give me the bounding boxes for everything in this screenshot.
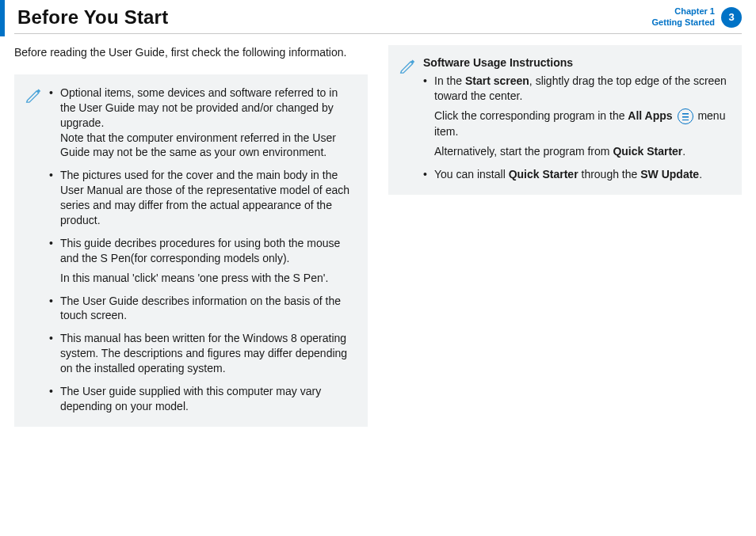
intro-text: Before reading the User Guide, first che… xyxy=(14,45,368,60)
text-fragment: In the xyxy=(434,74,465,87)
text-fragment: through the xyxy=(578,168,641,181)
bullet-text: The pictures used for the cover and the … xyxy=(60,169,349,226)
text-bold: Quick Starter xyxy=(509,168,578,181)
bullet-text: This guide decribes procedures for using… xyxy=(60,237,340,264)
note-icon xyxy=(25,87,41,103)
right-column: Software Usage Instructions In the Start… xyxy=(388,45,742,427)
note-box-left: Optional items, some devices and softwar… xyxy=(14,74,368,427)
right-box-content: Software Usage Instructions In the Start… xyxy=(423,56,729,182)
list-item: This guide decribes procedures for using… xyxy=(49,236,355,286)
bullet-text: Optional items, some devices and softwar… xyxy=(60,86,338,129)
list-item: In the Start screen, slightly drag the t… xyxy=(423,74,729,159)
header-accent-bar xyxy=(0,0,5,36)
page-title: Before You Start xyxy=(14,6,652,29)
list-item: The User guide supplied with this comput… xyxy=(49,384,355,414)
bullet-text: This manual has been written for the Win… xyxy=(60,332,347,374)
left-column: Before reading the User Guide, first che… xyxy=(14,45,368,427)
all-apps-icon xyxy=(678,108,693,124)
content-columns: Before reading the User Guide, first che… xyxy=(0,45,756,427)
right-bullet-list: In the Start screen, slightly drag the t… xyxy=(423,74,729,182)
text-fragment: . xyxy=(699,168,702,181)
bullet-subtext: Click the corresponding program in the A… xyxy=(434,108,729,139)
bullet-text: The User guide supplied with this comput… xyxy=(60,385,321,412)
list-item: Optional items, some devices and softwar… xyxy=(49,86,355,160)
list-item: You can install Quick Starter through th… xyxy=(423,167,729,182)
chapter-text: Chapter 1 Getting Started xyxy=(652,6,715,29)
right-box-title: Software Usage Instructions xyxy=(423,56,729,69)
text-fragment: Click the corresponding program in the xyxy=(434,109,628,122)
chapter-line2: Getting Started xyxy=(652,17,715,29)
bullet-subtext: Alternatively, start the program from Qu… xyxy=(434,144,729,159)
text-fragment: You can install xyxy=(434,168,509,181)
list-item: The User Guide describes information on … xyxy=(49,294,355,324)
text-bold: All Apps xyxy=(628,109,672,122)
note-icon xyxy=(399,58,415,74)
page-number-badge: 3 xyxy=(721,7,742,28)
chapter-line1: Chapter 1 xyxy=(652,6,715,17)
text-bold: Start screen xyxy=(465,74,529,87)
chapter-block: Chapter 1 Getting Started 3 xyxy=(652,6,742,29)
list-item: The pictures used for the cover and the … xyxy=(49,168,355,228)
left-bullet-list: Optional items, some devices and softwar… xyxy=(49,86,355,414)
bullet-text: The User Guide describes information on … xyxy=(60,295,341,322)
text-bold: Quick Starter xyxy=(613,145,682,158)
page-number: 3 xyxy=(728,11,734,23)
bullet-subtext: Note that the computer environment refer… xyxy=(60,131,355,161)
list-item: This manual has been written for the Win… xyxy=(49,331,355,376)
text-fragment: Alternatively, start the program from xyxy=(434,145,613,158)
note-box-right: Software Usage Instructions In the Start… xyxy=(388,45,742,195)
bullet-subtext: In this manual 'click' means 'one press … xyxy=(60,271,355,286)
text-bold: SW Update xyxy=(640,168,699,181)
text-fragment: . xyxy=(682,145,685,158)
page-header: Before You Start Chapter 1 Getting Start… xyxy=(14,0,742,34)
